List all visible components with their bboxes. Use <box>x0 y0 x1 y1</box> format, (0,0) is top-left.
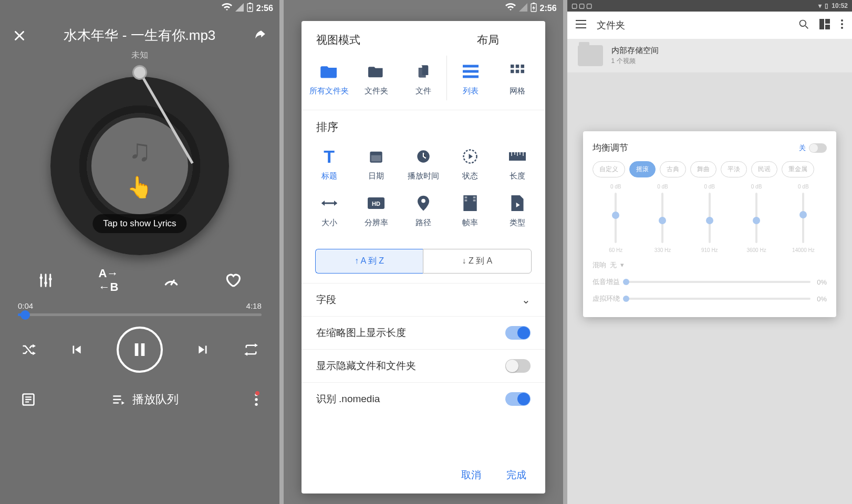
view-layout-grid: 所有文件夹 文件夹 文件 列表 网格 <box>302 51 545 110</box>
sort-path[interactable]: 路径 <box>400 187 447 232</box>
search-icon[interactable] <box>798 19 809 32</box>
sort-size[interactable]: 大小 <box>306 187 353 232</box>
svg-rect-33 <box>473 196 476 198</box>
pause-button[interactable] <box>117 327 163 373</box>
surround-row: 虚拟环绕 0% <box>593 294 827 303</box>
status-bar: 2:56 <box>0 0 279 17</box>
done-button[interactable]: 完成 <box>506 468 526 482</box>
folder-icon <box>578 45 603 66</box>
eq-band[interactable]: 0 dB60 Hz <box>600 184 631 253</box>
svg-point-9 <box>255 398 257 401</box>
sort-status[interactable]: 状态 <box>446 141 494 185</box>
player-screen: 2:56 水木年华 - 一生有你.mp3 未知 ♫ 👆 Tap to show … <box>0 0 279 504</box>
svg-point-3 <box>45 281 48 285</box>
battery-icon: ▯ <box>825 2 828 9</box>
switch-nomedia[interactable] <box>505 392 531 406</box>
bass-row: 低音增益 0% <box>593 277 827 287</box>
sort-date[interactable]: 日期 <box>352 141 400 185</box>
cancel-button[interactable]: 取消 <box>461 468 481 482</box>
lyrics-hint[interactable]: Tap to show Lyrics <box>92 214 186 233</box>
view-all-folders[interactable]: 所有文件夹 <box>306 56 353 100</box>
sort-title[interactable]: T标题 <box>306 141 353 185</box>
preset-chip[interactable]: 摇滚 <box>629 161 656 177</box>
reverb-row[interactable]: 混响 无 ▾ <box>593 260 827 270</box>
eq-band[interactable]: 0 dB14000 Hz <box>787 184 819 253</box>
status-bar: ▢ ▢ ▢ ▾ ▯ 10:52 <box>567 0 852 12</box>
playback-controls <box>0 317 279 382</box>
sort-playtime[interactable]: 播放时间 <box>400 141 447 185</box>
view-mode-label: 视图模式 <box>316 33 477 47</box>
sheet-footer: 取消 完成 <box>302 457 545 494</box>
preset-chip[interactable]: 民谣 <box>751 161 777 177</box>
status-time: 2:56 <box>256 4 273 13</box>
lyrics-list-icon[interactable] <box>21 392 36 407</box>
preset-chip[interactable]: 舞曲 <box>690 161 716 177</box>
shuffle-icon[interactable] <box>21 342 36 357</box>
eq-off-label: 关 <box>799 143 806 153</box>
row-label: 虚拟环绕 <box>593 294 620 303</box>
switch-thumb-length[interactable] <box>505 326 531 340</box>
surround-slider[interactable] <box>626 298 811 300</box>
eq-header: 均衡调节 关 <box>593 142 827 154</box>
preset-chip[interactable]: 古典 <box>660 161 686 177</box>
layout-list[interactable]: 列表 <box>446 56 494 100</box>
toggle-thumb-length: 在缩略图上显示长度 <box>302 316 545 349</box>
sort-desc[interactable]: ↓ Z 到 A <box>423 249 531 274</box>
view-toggle-icon[interactable] <box>819 19 830 32</box>
menu-icon[interactable] <box>576 20 586 31</box>
eq-band[interactable]: 0 dB3600 Hz <box>741 184 772 253</box>
speed-icon[interactable] <box>163 272 180 289</box>
preset-chip[interactable]: 自定义 <box>593 161 625 177</box>
equalizer-icon[interactable] <box>38 272 54 288</box>
next-icon[interactable] <box>196 343 210 356</box>
svg-rect-17 <box>516 65 519 68</box>
repeat-icon[interactable] <box>244 342 258 357</box>
more-icon[interactable] <box>254 392 258 407</box>
close-icon[interactable] <box>13 29 26 43</box>
view-files[interactable]: 文件 <box>400 56 447 100</box>
sort-framerate[interactable]: 帧率 <box>446 187 494 232</box>
layout-label: 布局 <box>477 33 499 47</box>
share-icon[interactable] <box>253 29 267 43</box>
ab-repeat-icon[interactable]: A→←B <box>98 267 118 294</box>
svg-rect-15 <box>463 76 479 78</box>
view-folders[interactable]: 文件夹 <box>352 56 400 100</box>
eq-band[interactable]: 0 dB330 Hz <box>647 184 678 253</box>
eq-band[interactable]: 0 dB910 Hz <box>694 184 725 253</box>
preset-chip[interactable]: 平淡 <box>721 161 747 177</box>
sort-grid-1: T标题 日期 播放时间 状态 长度 <box>302 136 545 187</box>
sort-grid-2: 大小 HD分辨率 路径 帧率 类型 <box>302 187 545 242</box>
eq-bands: 0 dB60 Hz0 dB330 Hz0 dB910 Hz0 dB3600 Hz… <box>593 184 827 253</box>
sort-length[interactable]: 长度 <box>494 141 541 185</box>
vinyl-area[interactable]: ♫ 👆 Tap to show Lyrics <box>50 77 229 255</box>
wifi-icon: ▾ <box>818 2 822 9</box>
svg-point-2 <box>40 276 43 279</box>
wifi-icon <box>222 3 232 14</box>
queue-button[interactable]: 播放队列 <box>36 392 254 407</box>
bass-slider[interactable] <box>626 281 811 283</box>
favorite-icon[interactable] <box>224 272 241 289</box>
sort-resolution[interactable]: HD分辨率 <box>352 187 400 232</box>
svg-rect-13 <box>463 65 479 68</box>
svg-rect-12 <box>533 3 535 4</box>
notification-dot <box>255 391 259 395</box>
status-time: 2:56 <box>540 4 557 13</box>
preset-chip[interactable]: 重金属 <box>782 161 814 177</box>
fields-accordion[interactable]: 字段 ⌄ <box>302 283 545 316</box>
switch-hidden[interactable] <box>505 359 531 373</box>
tap-hand-icon: 👆 <box>127 175 153 200</box>
seek-bar[interactable] <box>18 313 262 316</box>
signal-icon <box>235 3 244 14</box>
prev-icon[interactable] <box>69 343 83 356</box>
svg-point-35 <box>799 20 806 26</box>
svg-point-4 <box>49 278 52 281</box>
svg-rect-18 <box>521 65 524 68</box>
svg-rect-34 <box>473 200 476 201</box>
layout-grid[interactable]: 网格 <box>494 56 541 100</box>
more-icon[interactable] <box>840 19 844 32</box>
eq-switch[interactable] <box>809 143 827 153</box>
sort-asc[interactable]: ↑ A 到 Z <box>315 249 423 274</box>
svg-rect-6 <box>141 343 145 356</box>
folder-item[interactable]: 内部存储空间 1 个视频 <box>567 39 852 72</box>
sort-type[interactable]: 类型 <box>494 187 541 232</box>
